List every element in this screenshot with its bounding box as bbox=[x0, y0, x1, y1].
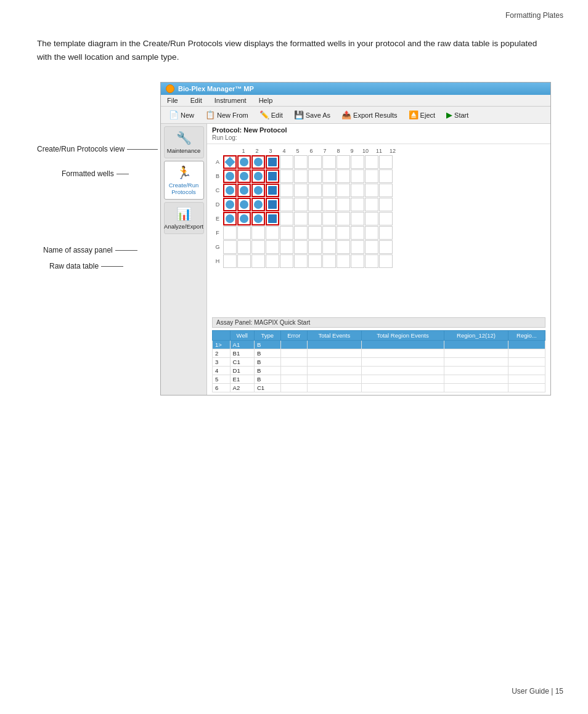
toolbar-export[interactable]: 📤 Export Results bbox=[338, 109, 401, 121]
well-E10[interactable] bbox=[351, 212, 364, 225]
well-H8[interactable] bbox=[322, 254, 336, 268]
table-row[interactable]: 2 B1 B bbox=[213, 349, 545, 358]
well-B5[interactable] bbox=[280, 169, 293, 183]
well-C6[interactable] bbox=[294, 184, 308, 197]
well-F4[interactable] bbox=[266, 226, 279, 240]
well-H3[interactable] bbox=[251, 254, 265, 268]
well-A2[interactable] bbox=[237, 155, 251, 169]
well-F5[interactable] bbox=[280, 226, 293, 240]
toolbar-eject[interactable]: ⏏️ Eject bbox=[406, 109, 438, 121]
well-C9[interactable] bbox=[337, 184, 350, 197]
table-row[interactable]: 4 D1 B bbox=[213, 367, 545, 375]
well-D7[interactable] bbox=[308, 198, 322, 211]
well-G6[interactable] bbox=[294, 240, 308, 254]
well-B3[interactable] bbox=[251, 169, 265, 183]
menu-edit[interactable]: Edit bbox=[189, 96, 203, 105]
well-A4[interactable] bbox=[266, 155, 279, 169]
well-B12[interactable] bbox=[379, 169, 393, 183]
menu-file[interactable]: File bbox=[166, 96, 179, 105]
well-E3[interactable] bbox=[251, 212, 265, 225]
well-G12[interactable] bbox=[379, 240, 393, 254]
well-D11[interactable] bbox=[365, 198, 378, 211]
well-G7[interactable] bbox=[308, 240, 322, 254]
well-B10[interactable] bbox=[351, 169, 364, 183]
well-C12[interactable] bbox=[379, 184, 393, 197]
toolbar-save-as[interactable]: 💾 Save As bbox=[291, 109, 333, 121]
well-F9[interactable] bbox=[337, 226, 350, 240]
well-F11[interactable] bbox=[365, 226, 378, 240]
sidebar-create-run[interactable]: 🏃 Create/RunProtocols bbox=[164, 161, 204, 200]
toolbar-new[interactable]: 📄 New bbox=[166, 109, 197, 121]
well-H7[interactable] bbox=[308, 254, 322, 268]
well-G8[interactable] bbox=[322, 240, 336, 254]
well-G9[interactable] bbox=[337, 240, 350, 254]
well-B7[interactable] bbox=[308, 169, 322, 183]
menu-help[interactable]: Help bbox=[258, 96, 274, 105]
well-F2[interactable] bbox=[237, 226, 251, 240]
well-B6[interactable] bbox=[294, 169, 308, 183]
well-D2[interactable] bbox=[237, 198, 251, 211]
well-C11[interactable] bbox=[365, 184, 378, 197]
well-F6[interactable] bbox=[294, 226, 308, 240]
well-D10[interactable] bbox=[351, 198, 364, 211]
well-H4[interactable] bbox=[266, 254, 279, 268]
well-G2[interactable] bbox=[237, 240, 251, 254]
well-D3[interactable] bbox=[251, 198, 265, 211]
well-F7[interactable] bbox=[308, 226, 322, 240]
well-H12[interactable] bbox=[379, 254, 393, 268]
well-E9[interactable] bbox=[337, 212, 350, 225]
well-C10[interactable] bbox=[351, 184, 364, 197]
well-G11[interactable] bbox=[365, 240, 378, 254]
well-D6[interactable] bbox=[294, 198, 308, 211]
well-D9[interactable] bbox=[337, 198, 350, 211]
well-F1[interactable] bbox=[223, 226, 237, 240]
well-B2[interactable] bbox=[237, 169, 251, 183]
well-A1[interactable] bbox=[223, 155, 237, 169]
well-A6[interactable] bbox=[294, 155, 308, 169]
well-A8[interactable] bbox=[322, 155, 336, 169]
well-B9[interactable] bbox=[337, 169, 350, 183]
well-G1[interactable] bbox=[223, 240, 237, 254]
sidebar-analyze[interactable]: 📊 Analyze/Export bbox=[164, 202, 204, 234]
well-E7[interactable] bbox=[308, 212, 322, 225]
well-C3[interactable] bbox=[251, 184, 265, 197]
well-F8[interactable] bbox=[322, 226, 336, 240]
well-D1[interactable] bbox=[223, 198, 237, 211]
well-G4[interactable] bbox=[266, 240, 279, 254]
well-A11[interactable] bbox=[365, 155, 378, 169]
well-D8[interactable] bbox=[322, 198, 336, 211]
well-C8[interactable] bbox=[322, 184, 336, 197]
well-H2[interactable] bbox=[237, 254, 251, 268]
well-A12[interactable] bbox=[379, 155, 393, 169]
table-row[interactable]: 1> A1 B bbox=[213, 341, 545, 349]
well-A5[interactable] bbox=[280, 155, 293, 169]
well-F10[interactable] bbox=[351, 226, 364, 240]
well-G3[interactable] bbox=[251, 240, 265, 254]
well-A9[interactable] bbox=[337, 155, 350, 169]
well-C7[interactable] bbox=[308, 184, 322, 197]
well-H6[interactable] bbox=[294, 254, 308, 268]
table-row[interactable]: 3 C1 B bbox=[213, 358, 545, 367]
well-E5[interactable] bbox=[280, 212, 293, 225]
well-D12[interactable] bbox=[379, 198, 393, 211]
toolbar-new-from[interactable]: 📋 New From bbox=[202, 109, 251, 121]
well-H10[interactable] bbox=[351, 254, 364, 268]
toolbar-start[interactable]: ▶ Start bbox=[443, 109, 472, 121]
well-G5[interactable] bbox=[280, 240, 293, 254]
well-B4[interactable] bbox=[266, 169, 279, 183]
well-B1[interactable] bbox=[223, 169, 237, 183]
well-B11[interactable] bbox=[365, 169, 378, 183]
toolbar-edit[interactable]: ✏️ Edit bbox=[256, 109, 286, 121]
well-H1[interactable] bbox=[223, 254, 237, 268]
well-B8[interactable] bbox=[322, 169, 336, 183]
well-E8[interactable] bbox=[322, 212, 336, 225]
well-H5[interactable] bbox=[280, 254, 293, 268]
well-E12[interactable] bbox=[379, 212, 393, 225]
well-C2[interactable] bbox=[237, 184, 251, 197]
well-F12[interactable] bbox=[379, 226, 393, 240]
well-H9[interactable] bbox=[337, 254, 350, 268]
well-A3[interactable] bbox=[251, 155, 265, 169]
sidebar-maintenance[interactable]: 🔧 Maintenance bbox=[164, 126, 204, 158]
well-E4[interactable] bbox=[266, 212, 279, 225]
well-D4[interactable] bbox=[266, 198, 279, 211]
